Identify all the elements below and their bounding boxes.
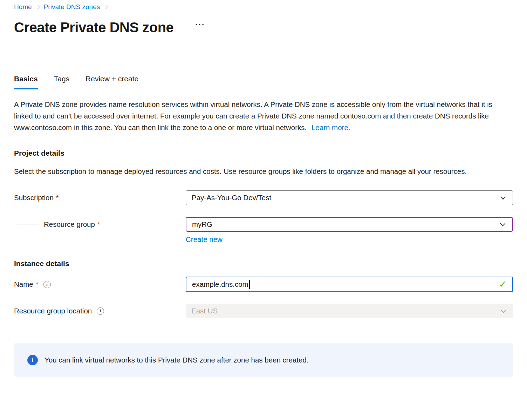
create-new-link[interactable]: Create new bbox=[186, 235, 223, 243]
info-icon[interactable]: i bbox=[43, 281, 51, 288]
subscription-select[interactable]: Pay-As-You-Go Dev/Test bbox=[186, 190, 513, 205]
page-title: Create Private DNS zone bbox=[14, 20, 173, 35]
required-asterisk: * bbox=[97, 220, 100, 229]
tab-review-create[interactable]: Review + create bbox=[85, 75, 138, 89]
learn-more-link[interactable]: Learn more. bbox=[312, 123, 350, 131]
valid-check-icon: ✓ bbox=[499, 279, 507, 290]
subscription-label-text: Subscription bbox=[14, 194, 54, 202]
tab-tags[interactable]: Tags bbox=[54, 75, 69, 89]
name-input[interactable]: example.dns.com ✓ bbox=[186, 277, 513, 292]
subscription-value: Pay-As-You-Go Dev/Test bbox=[192, 194, 271, 202]
required-asterisk: * bbox=[36, 280, 39, 289]
tab-basics[interactable]: Basics bbox=[14, 75, 38, 89]
name-label: Name * i bbox=[14, 280, 186, 289]
project-details-heading: Project details bbox=[14, 149, 513, 157]
breadcrumb-link-private-dns-zones[interactable]: Private DNS zones bbox=[44, 3, 100, 11]
name-label-text: Name bbox=[14, 280, 33, 289]
name-value: example.dns.com bbox=[192, 280, 248, 289]
chevron-down-icon bbox=[501, 307, 506, 313]
subscription-row: Subscription * Pay-As-You-Go Dev/Test bbox=[14, 190, 513, 205]
resource-group-location-row: Resource group location i East US bbox=[14, 304, 513, 318]
info-banner: i You can link virtual networks to this … bbox=[14, 343, 513, 377]
resource-group-location-value: East US bbox=[191, 307, 218, 315]
name-row: Name * i example.dns.com ✓ bbox=[14, 277, 513, 292]
resource-group-location-label-text: Resource group location bbox=[14, 307, 92, 315]
info-banner-text: You can link virtual networks to this Pr… bbox=[45, 356, 309, 364]
info-icon[interactable]: i bbox=[97, 307, 104, 315]
resource-group-label-text: Resource group bbox=[44, 220, 95, 229]
project-details-form: Subscription * Pay-As-You-Go Dev/Test Re… bbox=[14, 190, 513, 244]
title-row: Create Private DNS zone ··· bbox=[14, 20, 513, 35]
resource-group-select[interactable]: myRG bbox=[186, 217, 513, 232]
resource-group-label: Resource group * bbox=[14, 220, 186, 229]
text-cursor bbox=[249, 280, 250, 289]
instance-details-form: Name * i example.dns.com ✓ Resource grou… bbox=[14, 277, 513, 318]
chevron-right-icon bbox=[104, 5, 108, 9]
indent-connector-line bbox=[17, 207, 39, 224]
resource-group-location-label: Resource group location i bbox=[14, 307, 186, 315]
subscription-label: Subscription * bbox=[14, 194, 186, 202]
tab-bar: Basics Tags Review + create bbox=[14, 75, 513, 89]
project-details-description: Select the subscription to manage deploy… bbox=[14, 165, 513, 177]
info-banner-icon: i bbox=[27, 355, 38, 365]
resource-group-row: Resource group * myRG bbox=[14, 217, 513, 232]
chevron-down-icon bbox=[500, 194, 506, 200]
required-asterisk: * bbox=[56, 194, 59, 202]
breadcrumb: Home Private DNS zones bbox=[14, 2, 513, 12]
breadcrumb-link-home[interactable]: Home bbox=[14, 3, 32, 11]
resource-group-value: myRG bbox=[192, 220, 212, 229]
chevron-down-icon bbox=[500, 221, 506, 226]
chevron-right-icon bbox=[36, 5, 40, 9]
intro-paragraph: A Private DNS zone provides name resolut… bbox=[14, 99, 513, 133]
more-options-button[interactable]: ··· bbox=[195, 20, 205, 29]
intro-text: A Private DNS zone provides name resolut… bbox=[14, 100, 492, 131]
resource-group-location-select: East US bbox=[186, 304, 513, 318]
instance-details-heading: Instance details bbox=[14, 259, 513, 268]
